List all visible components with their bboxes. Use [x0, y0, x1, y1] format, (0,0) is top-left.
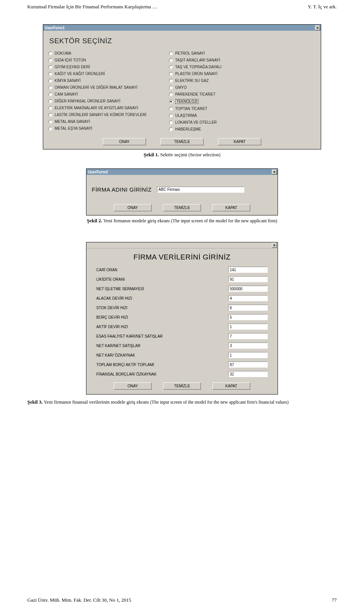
radio-icon [169, 72, 173, 76]
sector-radio[interactable]: TOPTAN TİCARET [169, 107, 221, 111]
sector-radio[interactable]: CAM SANAYİ [49, 92, 146, 96]
sector-radio[interactable]: ELEKTRİK MAKİNALARI VE AYGITLARI SANAYİ [49, 106, 146, 110]
radio-icon [169, 65, 173, 69]
field-label: NET KAR/NET SATIŞLAR [96, 344, 140, 348]
sector-radio-label: GIDA İÇKİ TÜTÜN [55, 58, 86, 62]
sector-radio[interactable]: METAL EŞYA SANAYİ [49, 126, 146, 130]
sector-radio-label: DİĞER KİMYASAL ÜRÜNLER SANAYİ [55, 99, 120, 103]
sector-radio-label: ORMAN ÜRÜNLERİ VE DİĞER İMALAT SANAYİ [55, 85, 137, 90]
sector-radio[interactable]: LOKANTA VE OTELLER [169, 120, 221, 124]
caption3-tr: Yeni firmanın finansal verilerinin model… [42, 399, 150, 405]
sector-radio[interactable]: PETROL SANAYİ [169, 51, 221, 55]
data-field-row: ALACAK DEVİR HIZI4 [96, 295, 268, 301]
sector-radio-label: HABERLEŞME [175, 127, 201, 131]
sector-radio-label: KAĞIT VE KAĞIT ÜRÜNLERİ [55, 72, 105, 76]
field-input[interactable]: 3 [228, 343, 268, 349]
field-label: STOK DEVİR HIZI [96, 306, 127, 310]
radio-icon [49, 127, 52, 130]
sector-radio-label: METAL ANA SANAYİ [55, 119, 90, 124]
sector-radio-label: TAŞIT ARAÇLARI SANAYİ [175, 58, 220, 62]
sector-radio-label: ELEKTRİK MAKİNALARI VE AYGITLARI SANAYİ [55, 106, 138, 110]
field-label: ALACAK DEVİR HIZI [96, 296, 132, 300]
field-input[interactable]: 5 [228, 314, 268, 320]
sector-radio[interactable]: GMYO [169, 85, 221, 90]
field-input[interactable]: 91 [228, 276, 268, 282]
field-input[interactable]: 32 [228, 371, 268, 377]
field-input[interactable]: 87 [228, 362, 268, 368]
close-icon[interactable]: × [272, 170, 277, 175]
field-input[interactable]: 500000 [228, 286, 268, 292]
field-label: CARİ ORAN [96, 268, 118, 272]
close-icon[interactable]: × [272, 243, 277, 248]
radio-icon [49, 72, 52, 76]
sector-radio-label: GMYO [175, 85, 187, 90]
radio-icon [49, 113, 52, 117]
radio-icon [169, 114, 173, 118]
field-input[interactable]: 6 [228, 305, 268, 311]
sector-radio[interactable]: KİMYA SANAYİ [49, 79, 146, 83]
radio-icon [169, 127, 173, 131]
sector-radio[interactable]: LASTİK ÜRÜNLERİ SANAYİ VE KÖMÜR TÜREVLER… [49, 113, 146, 117]
field-label: LİKİDİTE ORANI [96, 277, 125, 281]
field-label: ESAS FAALİYET KARI/NET SATIŞLAR [96, 334, 163, 338]
field-input[interactable]: 1 [228, 324, 268, 330]
radio-icon [169, 121, 173, 124]
caption2-label: Şekil 2. [87, 218, 102, 223]
userform1-dialog: UserForm1 × SEKTÖR SEÇİNİZ DOKUMAGIDA İÇ… [43, 24, 321, 149]
radio-icon [169, 100, 173, 104]
temizle-button[interactable]: TEMİZLE [160, 138, 204, 145]
sector-radio[interactable]: PLASTİK ÜRÜN SANAYİ [169, 72, 221, 76]
onay-button[interactable]: ONAY [103, 138, 146, 145]
field-label: FİNANSAL BORÇLAR/ ÖZKAYNAK [96, 372, 157, 376]
onay-button[interactable]: ONAY [114, 382, 152, 390]
sector-radio[interactable]: ELEKTRİK SU GAZ [169, 79, 221, 83]
data-field-row: TOPLAM BORÇ/ AKTİF TOPLAMI87 [96, 362, 268, 368]
sector-radio[interactable]: PAREKENDE TİCARET [169, 92, 221, 96]
radio-icon [169, 107, 173, 111]
radio-icon [49, 58, 52, 62]
sector-radio[interactable]: TAŞ VE TOPRAĞA DAYALI [169, 65, 221, 69]
kapat-button[interactable]: KAPAT [212, 382, 250, 390]
field-input[interactable]: 1 [228, 352, 268, 358]
field-input[interactable]: 4 [228, 295, 268, 301]
sector-radio-label: METAL EŞYA SANAYİ [55, 126, 92, 130]
close-icon[interactable]: × [315, 25, 320, 30]
sector-radio[interactable]: GIDA İÇKİ TÜTÜN [49, 58, 146, 62]
caption1-label: Şekil 1. [144, 152, 159, 157]
firma-adi-input[interactable]: ABC Firması [157, 187, 244, 193]
kapat-button[interactable]: KAPAT [212, 204, 250, 211]
header-left: Kurumsal Firmalar İçin Bir Finansal Perf… [27, 4, 157, 10]
sector-radio-label: PLASTİK ÜRÜN SANAYİ [175, 72, 218, 76]
userform2-title: UserForm2 [88, 170, 108, 174]
radio-icon [49, 106, 52, 110]
sector-radio[interactable]: ORMAN ÜRÜNLERİ VE DİĞER İMALAT SANAYİ [49, 85, 146, 90]
sector-radio[interactable]: DOKUMA [49, 51, 146, 55]
footer-page: 77 [332, 597, 337, 603]
field-input[interactable]: 141 [228, 267, 268, 273]
radio-icon [169, 93, 173, 96]
sector-radio[interactable]: HABERLEŞME [169, 127, 221, 131]
sector-radio[interactable]: TAŞIT ARAÇLARI SANAYİ [169, 58, 221, 62]
data-field-row: FİNANSAL BORÇLAR/ ÖZKAYNAK32 [96, 371, 268, 377]
data-field-row: NET İŞLETME SERMAYESİ500000 [96, 286, 268, 292]
kapat-button[interactable]: KAPAT [218, 138, 261, 145]
sector-radio[interactable]: KAĞIT VE KAĞIT ÜRÜNLERİ [49, 72, 146, 76]
userform1-title: UserForm1 [45, 26, 65, 30]
sector-radio-label: PAREKENDE TİCARET [175, 92, 215, 96]
field-label: BORÇ DEVİR HIZI [96, 315, 128, 319]
sector-radio-label: LOKANTA VE OTELLER [175, 120, 217, 124]
sector-radio[interactable]: ULAŞTIRMA [169, 113, 221, 118]
sector-radio[interactable]: TEKNOLOJİ [169, 99, 221, 104]
radio-icon [49, 120, 52, 124]
caption1-en: (Sector selection) [188, 152, 220, 157]
sector-radio-label: TEKNOLOJİ [175, 99, 199, 104]
field-label: AKTİF DEVİR HIZI [96, 325, 128, 329]
temizle-button[interactable]: TEMİZLE [163, 382, 201, 390]
sector-radio[interactable]: METAL ANA SANAYİ [49, 119, 146, 124]
field-input[interactable]: 7 [228, 333, 268, 339]
sector-radio[interactable]: GİYİM EŞYASI DERİ [49, 65, 146, 69]
data-field-row: STOK DEVİR HIZI6 [96, 305, 268, 311]
sector-radio[interactable]: DİĞER KİMYASAL ÜRÜNLER SANAYİ [49, 99, 146, 103]
temizle-button[interactable]: TEMİZLE [163, 204, 201, 211]
onay-button[interactable]: ONAY [114, 204, 152, 211]
